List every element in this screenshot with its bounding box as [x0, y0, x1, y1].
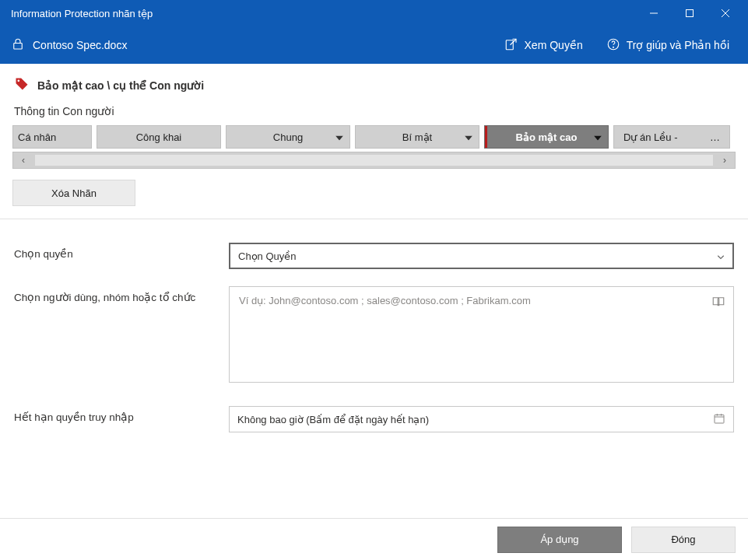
tag-icon: [14, 76, 30, 94]
view-permissions-label: Xem Quyền: [525, 39, 583, 51]
chevron-down-icon: [594, 131, 602, 143]
tab-personal[interactable]: Cá nhân: [12, 125, 92, 149]
apply-button[interactable]: Áp dụng: [497, 527, 622, 553]
help-icon: [606, 37, 620, 54]
maximize-button[interactable]: [672, 1, 708, 26]
scroll-right-button[interactable]: ›: [715, 155, 735, 166]
scroll-track[interactable]: [35, 155, 713, 166]
window-title: Information Protection nhãn tệp: [11, 8, 636, 19]
tab-project[interactable]: Dự án Lều - …: [613, 125, 730, 149]
tabs-scrollbar[interactable]: ‹ ›: [12, 152, 736, 169]
chevron-down-icon: [335, 131, 343, 143]
file-info: Contoso Spec.docx: [11, 37, 489, 54]
lock-icon: [11, 37, 25, 54]
titlebar: Information Protection nhãn tệp: [0, 0, 748, 26]
tab-highly-confidential[interactable]: Bảo mật cao: [484, 125, 609, 149]
minimize-button[interactable]: [636, 1, 672, 26]
chevron-down-icon: [465, 131, 472, 143]
view-permissions-button[interactable]: Xem Quyền: [497, 33, 591, 58]
calendar-icon[interactable]: [713, 412, 725, 427]
current-label-strip: Bảo mật cao \ cụ thể Con người: [0, 64, 748, 102]
svg-rect-9: [715, 415, 724, 423]
expire-access-input[interactable]: Không bao giờ (Bấm để đặt ngày hết hạn): [229, 406, 734, 432]
choose-permissions-value: Chọn Quyền: [238, 250, 717, 262]
svg-rect-5: [506, 40, 513, 49]
choose-permissions-select[interactable]: Chọn Quyền: [229, 243, 734, 269]
section-heading: Thông tin Con người: [0, 102, 748, 125]
help-feedback-button[interactable]: Trợ giúp và Phản hồi: [599, 33, 737, 58]
svg-rect-1: [687, 10, 694, 17]
expire-access-label: Hết hạn quyền truy nhập: [14, 406, 229, 423]
sensitivity-tabs: Cá nhân Công khai Chung Bí mật Bảo mật c…: [12, 125, 736, 149]
choose-users-label: Chọn người dùng, nhóm hoặc tổ chức: [14, 286, 229, 303]
tab-confidential[interactable]: Bí mật: [355, 125, 479, 149]
scroll-left-button[interactable]: ‹: [13, 155, 33, 166]
help-feedback-label: Trợ giúp và Phản hồi: [627, 39, 729, 51]
close-dialog-button[interactable]: Đóng: [631, 527, 736, 553]
divider: [0, 219, 748, 219]
close-button[interactable]: [708, 1, 743, 26]
current-label-text: Bảo mật cao \ cụ thể Con người: [37, 79, 204, 92]
tab-general[interactable]: Chung: [226, 125, 350, 149]
choose-users-input[interactable]: Ví dụ: John@contoso.com ; sales@contoso.…: [229, 286, 734, 383]
filename: Contoso Spec.docx: [33, 39, 127, 51]
choose-permissions-label: Chọn quyền: [14, 243, 229, 260]
tab-public[interactable]: Công khai: [97, 125, 221, 149]
delete-label-button[interactable]: Xóa Nhãn: [12, 180, 135, 206]
ellipsis-icon: …: [710, 131, 720, 143]
permissions-icon: [504, 37, 518, 54]
chevron-down-icon: [717, 250, 725, 262]
choose-users-placeholder: Ví dụ: John@contoso.com ; sales@contoso.…: [239, 295, 531, 306]
footer: Áp dụng Đóng: [0, 518, 748, 560]
expire-access-value: Không bao giờ (Bấm để đặt ngày hết hạn): [237, 414, 713, 425]
svg-point-7: [613, 47, 613, 47]
svg-rect-4: [14, 43, 23, 49]
toolbar: Contoso Spec.docx Xem Quyền Trợ giúp và …: [0, 26, 748, 64]
address-book-icon[interactable]: [711, 295, 725, 311]
svg-point-8: [18, 80, 20, 82]
